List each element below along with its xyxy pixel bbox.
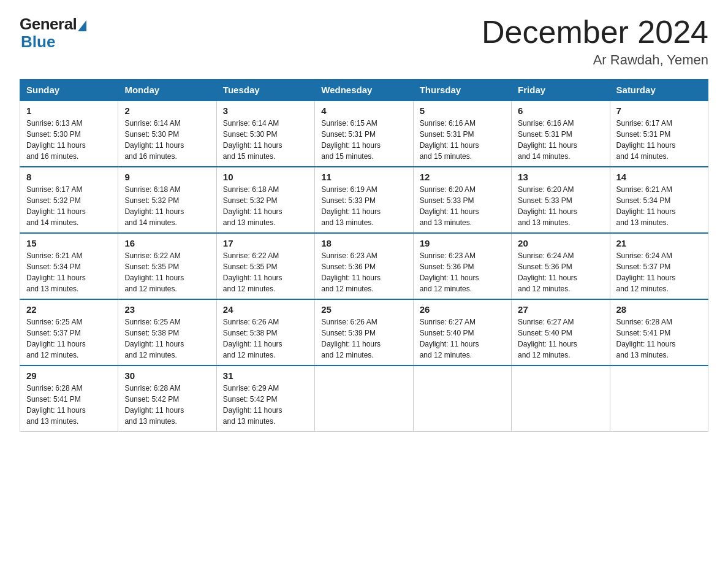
day-info: Sunrise: 6:14 AMSunset: 5:30 PMDaylight:… [223, 118, 308, 162]
day-number: 13 [518, 172, 603, 182]
calendar-cell: 19Sunrise: 6:23 AMSunset: 5:36 PMDayligh… [413, 233, 511, 299]
day-number: 4 [321, 105, 406, 116]
calendar-cell: 28Sunrise: 6:28 AMSunset: 5:41 PMDayligh… [610, 299, 708, 366]
day-number: 5 [420, 105, 505, 116]
calendar-cell: 23Sunrise: 6:25 AMSunset: 5:38 PMDayligh… [118, 299, 216, 366]
day-info: Sunrise: 6:17 AMSunset: 5:31 PMDaylight:… [616, 118, 702, 162]
calendar-cell: 8Sunrise: 6:17 AMSunset: 5:32 PMDaylight… [20, 167, 118, 233]
day-number: 20 [518, 238, 603, 248]
day-info: Sunrise: 6:21 AMSunset: 5:34 PMDaylight:… [26, 250, 112, 294]
day-number: 25 [321, 304, 406, 315]
header-day-saturday: Saturday [610, 80, 708, 101]
day-number: 8 [26, 172, 112, 182]
calendar-cell: 12Sunrise: 6:20 AMSunset: 5:33 PMDayligh… [413, 167, 511, 233]
day-info: Sunrise: 6:22 AMSunset: 5:35 PMDaylight:… [124, 250, 210, 294]
day-number: 18 [321, 238, 406, 248]
calendar-cell: 29Sunrise: 6:28 AMSunset: 5:41 PMDayligh… [20, 366, 118, 432]
logo-general-text: General [20, 15, 77, 34]
day-info: Sunrise: 6:23 AMSunset: 5:36 PMDaylight:… [321, 250, 406, 294]
calendar-cell: 1Sunrise: 6:13 AMSunset: 5:30 PMDaylight… [20, 101, 118, 167]
day-info: Sunrise: 6:27 AMSunset: 5:40 PMDaylight:… [518, 316, 603, 361]
calendar-cell: 11Sunrise: 6:19 AMSunset: 5:33 PMDayligh… [315, 167, 413, 233]
day-number: 2 [124, 105, 210, 116]
header-day-wednesday: Wednesday [315, 80, 413, 101]
day-info: Sunrise: 6:22 AMSunset: 5:35 PMDaylight:… [223, 250, 308, 294]
week-row-1: 1Sunrise: 6:13 AMSunset: 5:30 PMDaylight… [20, 101, 708, 167]
calendar-cell: 30Sunrise: 6:28 AMSunset: 5:42 PMDayligh… [118, 366, 216, 432]
calendar-cell: 2Sunrise: 6:14 AMSunset: 5:30 PMDaylight… [118, 101, 216, 167]
header-day-friday: Friday [512, 80, 610, 101]
day-number: 31 [223, 370, 308, 381]
day-number: 14 [616, 172, 702, 182]
day-info: Sunrise: 6:16 AMSunset: 5:31 PMDaylight:… [420, 118, 505, 162]
header-day-sunday: Sunday [20, 80, 118, 101]
day-info: Sunrise: 6:21 AMSunset: 5:34 PMDaylight:… [616, 184, 702, 228]
day-number: 28 [616, 304, 702, 315]
day-info: Sunrise: 6:13 AMSunset: 5:30 PMDaylight:… [26, 118, 112, 162]
calendar-cell: 31Sunrise: 6:29 AMSunset: 5:42 PMDayligh… [216, 366, 314, 432]
day-number: 30 [124, 370, 210, 381]
day-number: 24 [223, 304, 308, 315]
calendar-cell: 3Sunrise: 6:14 AMSunset: 5:30 PMDaylight… [216, 101, 314, 167]
calendar-cell: 16Sunrise: 6:22 AMSunset: 5:35 PMDayligh… [118, 233, 216, 299]
day-number: 7 [616, 105, 702, 116]
calendar-cell [413, 366, 511, 432]
day-info: Sunrise: 6:28 AMSunset: 5:41 PMDaylight:… [616, 316, 702, 361]
day-info: Sunrise: 6:17 AMSunset: 5:32 PMDaylight:… [26, 184, 112, 228]
day-info: Sunrise: 6:16 AMSunset: 5:31 PMDaylight:… [518, 118, 603, 162]
month-title: December 2024 [482, 15, 708, 50]
calendar-cell: 6Sunrise: 6:16 AMSunset: 5:31 PMDaylight… [512, 101, 610, 167]
day-info: Sunrise: 6:15 AMSunset: 5:31 PMDaylight:… [321, 118, 406, 162]
day-number: 10 [223, 172, 308, 182]
day-number: 21 [616, 238, 702, 248]
calendar-cell: 22Sunrise: 6:25 AMSunset: 5:37 PMDayligh… [20, 299, 118, 366]
header-day-tuesday: Tuesday [216, 80, 314, 101]
day-number: 1 [26, 105, 112, 116]
day-info: Sunrise: 6:27 AMSunset: 5:40 PMDaylight:… [420, 316, 505, 361]
day-info: Sunrise: 6:14 AMSunset: 5:30 PMDaylight:… [124, 118, 210, 162]
day-info: Sunrise: 6:26 AMSunset: 5:38 PMDaylight:… [223, 316, 308, 361]
day-number: 3 [223, 105, 308, 116]
day-number: 26 [420, 304, 505, 315]
title-block: December 2024 Ar Rawdah, Yemen [482, 15, 708, 68]
calendar-cell: 17Sunrise: 6:22 AMSunset: 5:35 PMDayligh… [216, 233, 314, 299]
day-number: 15 [26, 238, 112, 248]
day-info: Sunrise: 6:19 AMSunset: 5:33 PMDaylight:… [321, 184, 406, 228]
page-header: General Blue December 2024 Ar Rawdah, Ye… [20, 15, 708, 68]
day-number: 6 [518, 105, 603, 116]
logo-triangle-icon [78, 20, 86, 31]
day-number: 19 [420, 238, 505, 248]
calendar-cell: 14Sunrise: 6:21 AMSunset: 5:34 PMDayligh… [610, 167, 708, 233]
day-number: 9 [124, 172, 210, 182]
day-info: Sunrise: 6:18 AMSunset: 5:32 PMDaylight:… [223, 184, 308, 228]
day-number: 11 [321, 172, 406, 182]
day-number: 12 [420, 172, 505, 182]
day-info: Sunrise: 6:26 AMSunset: 5:39 PMDaylight:… [321, 316, 406, 361]
calendar-cell: 21Sunrise: 6:24 AMSunset: 5:37 PMDayligh… [610, 233, 708, 299]
day-number: 17 [223, 238, 308, 248]
logo-blue-text: Blue [20, 33, 55, 52]
day-info: Sunrise: 6:20 AMSunset: 5:33 PMDaylight:… [518, 184, 603, 228]
header-day-thursday: Thursday [413, 80, 511, 101]
header-day-monday: Monday [118, 80, 216, 101]
calendar-table: SundayMondayTuesdayWednesdayThursdayFrid… [20, 79, 708, 432]
calendar-cell: 9Sunrise: 6:18 AMSunset: 5:32 PMDaylight… [118, 167, 216, 233]
day-number: 16 [124, 238, 210, 248]
calendar-cell: 25Sunrise: 6:26 AMSunset: 5:39 PMDayligh… [315, 299, 413, 366]
location-title: Ar Rawdah, Yemen [482, 52, 708, 68]
calendar-cell [610, 366, 708, 432]
day-info: Sunrise: 6:28 AMSunset: 5:41 PMDaylight:… [26, 383, 112, 427]
day-info: Sunrise: 6:24 AMSunset: 5:37 PMDaylight:… [616, 250, 702, 294]
week-row-5: 29Sunrise: 6:28 AMSunset: 5:41 PMDayligh… [20, 366, 708, 432]
day-info: Sunrise: 6:20 AMSunset: 5:33 PMDaylight:… [420, 184, 505, 228]
day-info: Sunrise: 6:29 AMSunset: 5:42 PMDaylight:… [223, 383, 308, 427]
day-info: Sunrise: 6:28 AMSunset: 5:42 PMDaylight:… [124, 383, 210, 427]
week-row-3: 15Sunrise: 6:21 AMSunset: 5:34 PMDayligh… [20, 233, 708, 299]
day-number: 23 [124, 304, 210, 315]
day-number: 22 [26, 304, 112, 315]
calendar-cell [315, 366, 413, 432]
week-row-2: 8Sunrise: 6:17 AMSunset: 5:32 PMDaylight… [20, 167, 708, 233]
calendar-cell: 24Sunrise: 6:26 AMSunset: 5:38 PMDayligh… [216, 299, 314, 366]
day-number: 27 [518, 304, 603, 315]
day-info: Sunrise: 6:25 AMSunset: 5:37 PMDaylight:… [26, 316, 112, 361]
